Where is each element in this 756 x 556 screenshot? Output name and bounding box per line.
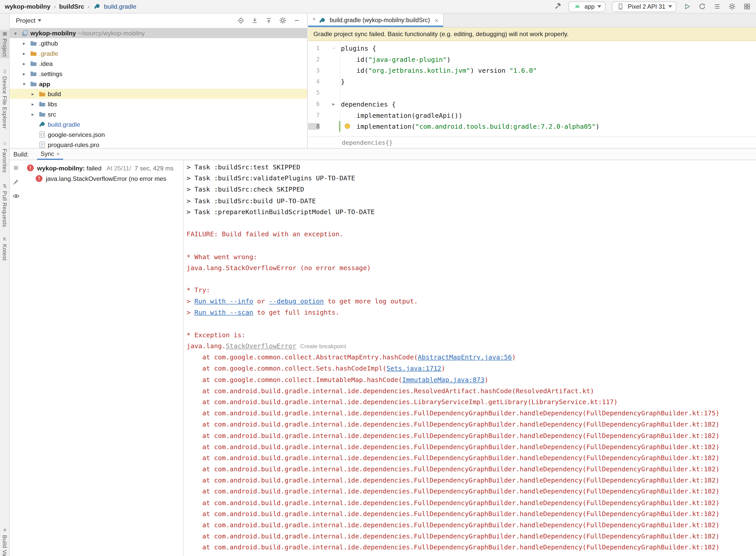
- sync-project-icon[interactable]: [697, 2, 706, 11]
- gear-icon[interactable]: [278, 16, 286, 24]
- code-line-5[interactable]: 5: [308, 87, 756, 98]
- device-selector[interactable]: Pixel 2 API 31: [612, 1, 676, 12]
- stripe-item-pull-requests[interactable]: ⇅Pull Requests: [0, 182, 10, 229]
- tree-item-text: src: [48, 110, 56, 117]
- console-link[interactable]: StackOverflowError: [226, 342, 296, 350]
- console-text: at com.android.build.gradle.internal.ide…: [187, 398, 618, 406]
- code-token: implementation(gradleApi()): [341, 111, 462, 119]
- console-link[interactable]: ImmutableMap.java:873: [402, 376, 485, 383]
- editor-breadcrumb-bar: dependencies{}: [308, 137, 756, 148]
- eye-icon[interactable]: [12, 192, 20, 200]
- build-tree-text: failed: [85, 164, 102, 171]
- code-token: implementation(: [341, 123, 415, 130]
- stripe-item-project[interactable]: ▦Project: [0, 30, 10, 59]
- layout-grid-icon[interactable]: [743, 2, 751, 11]
- tree-item-proguard-rules-pro[interactable]: proguard-rules.pro: [10, 139, 307, 148]
- breadcrumb-file[interactable]: build.gradle: [93, 2, 136, 11]
- tree-item-gradle[interactable]: ▸.gradle: [10, 48, 307, 59]
- editor-tab-build-gradle[interactable]: * build.gradle (wykop-mobilny:buildSrc) …: [308, 13, 444, 27]
- console-link[interactable]: Run with --scan: [194, 309, 253, 316]
- build-tree-item[interactable]: !wykop-mobilny: failed At 25/11/ 7 sec, …: [22, 163, 183, 173]
- tree-item-app[interactable]: ▾app: [10, 79, 307, 89]
- build-tree-item[interactable]: !java.lang.StackOverflowError (no error …: [22, 173, 183, 184]
- run-config-selector[interactable]: app: [569, 1, 606, 12]
- stripe-item-kotest[interactable]: KKotest: [0, 236, 10, 262]
- code-line-2[interactable]: 2 id("java-gradle-plugin"): [308, 54, 756, 65]
- code-area[interactable]: 1−plugins {2 id("java-gradle-plugin")3 i…: [308, 41, 756, 137]
- console-text: > Task :buildSrc:validatePlugins UP-TO-D…: [187, 174, 355, 182]
- code-text: id("org.jetbrains.kotlin.jvm") version "…: [341, 67, 537, 74]
- run-config-label: app: [584, 3, 595, 10]
- stripe-item-device-file-explorer[interactable]: ▯Device File Explorer: [0, 68, 10, 130]
- console-line: java.lang.StackOverflowErrorCreate break…: [187, 342, 756, 353]
- console-text: at com.android.build.gradle.internal.ide…: [187, 465, 720, 473]
- tree-item-google-services-json[interactable]: {}google-services.json: [10, 129, 307, 139]
- stripe-item-build-variants[interactable]: ≡Build Variants: [0, 526, 10, 556]
- tree-expand-arrow[interactable]: ▸: [21, 61, 27, 66]
- console-text: at com.google.common.collect.ImmutableMa…: [187, 376, 402, 383]
- console-link[interactable]: AbstractMapEntry.java:56: [418, 353, 512, 361]
- console-text: or: [253, 297, 269, 305]
- build-label: Build:: [13, 151, 29, 158]
- stripe-item-favorites[interactable]: ☆Favorites: [0, 140, 10, 174]
- tree-expand-arrow[interactable]: ▸: [30, 101, 36, 107]
- tab-sync[interactable]: Sync ×: [37, 148, 63, 160]
- code-line-4[interactable]: 4}: [308, 76, 756, 87]
- tree-item-idea[interactable]: ▸.idea: [10, 58, 307, 68]
- console-line: * Try:: [187, 286, 756, 297]
- line-number: 4: [308, 78, 320, 85]
- build-hammer-icon[interactable]: [554, 2, 562, 11]
- stop-icon[interactable]: [12, 164, 20, 172]
- build-analyzer-icon[interactable]: [713, 2, 721, 11]
- collapse-all-icon[interactable]: [251, 16, 258, 24]
- project-panel-actions: [237, 16, 300, 24]
- tree-expand-arrow[interactable]: ▸: [30, 91, 36, 96]
- project-view-selector[interactable]: Project: [16, 16, 42, 24]
- close-tab-icon[interactable]: ×: [433, 16, 438, 24]
- tree-expand-arrow[interactable]: ▾: [21, 81, 27, 86]
- console-link[interactable]: Sets.java:1712: [386, 364, 441, 372]
- pin-icon[interactable]: [12, 178, 20, 186]
- folder-icon: [30, 80, 38, 87]
- tree-item-build[interactable]: ▸build: [10, 89, 307, 99]
- expand-all-icon[interactable]: [265, 16, 272, 24]
- tree-item-build-gradle[interactable]: build.gradle: [10, 119, 307, 129]
- tree-item-text: build.gradle: [48, 120, 80, 128]
- close-tab-icon[interactable]: ×: [56, 150, 60, 157]
- tree-expand-arrow[interactable]: ▸: [21, 50, 27, 56]
- build-tree-text: At 25/11/: [102, 164, 131, 171]
- gear-icon[interactable]: [727, 2, 736, 11]
- editor-area: * build.gradle (wykop-mobilny:buildSrc) …: [308, 13, 756, 148]
- build-console[interactable]: > Task :buildSrc:test SKIPPED> Task :bui…: [184, 160, 756, 556]
- tree-expand-arrow[interactable]: ▸: [21, 71, 27, 76]
- tree-expand-arrow[interactable]: ▾: [12, 30, 18, 36]
- run-button[interactable]: [683, 2, 691, 11]
- build-tree-text: java.lang.StackOverflowError (no error m…: [46, 175, 166, 182]
- code-line-7[interactable]: 7 implementation(gradleApi()): [308, 110, 756, 121]
- tree-item-settings[interactable]: ▸.settings: [10, 68, 307, 79]
- tree-item-wykop-mobilny[interactable]: ▾wykop-mobilny ~/sourcy/wykop-mobilny: [10, 28, 307, 38]
- breadcrumb-module[interactable]: buildSrc: [59, 3, 84, 10]
- chevron-right-icon: ›: [88, 3, 90, 10]
- hide-panel-icon[interactable]: [293, 16, 300, 24]
- code-line-3[interactable]: 3 id("org.jetbrains.kotlin.jvm") version…: [308, 65, 756, 76]
- console-text: at com.android.build.gradle.internal.ide…: [187, 487, 720, 495]
- code-line-6[interactable]: 6▶dependencies {: [308, 98, 756, 110]
- console-line: at com.google.common.collect.AbstractMap…: [187, 353, 756, 364]
- code-line-1[interactable]: 1−plugins {: [308, 42, 756, 54]
- build-tree: !wykop-mobilny: failed At 25/11/ 7 sec, …: [22, 160, 184, 556]
- editor-breadcrumb[interactable]: dependencies{}: [342, 139, 393, 146]
- tree-item-libs[interactable]: ▸libs: [10, 99, 307, 109]
- stripe-item-label: Pull Requests: [2, 191, 8, 227]
- tree-item-src[interactable]: ▸src: [10, 109, 307, 119]
- locate-file-icon[interactable]: [237, 16, 244, 24]
- code-line-8[interactable]: 8 implementation("com.android.tools.buil…: [308, 121, 756, 132]
- console-text: at com.android.build.gradle.internal.ide…: [187, 454, 720, 462]
- tree-item-github[interactable]: ▸.github: [10, 38, 307, 48]
- tree-item-name: build.gradle: [48, 120, 80, 128]
- tree-expand-arrow[interactable]: ▸: [30, 111, 36, 117]
- console-link[interactable]: --debug option: [269, 297, 324, 305]
- console-link[interactable]: Run with --info: [194, 297, 253, 305]
- tree-expand-arrow[interactable]: ▸: [21, 40, 27, 46]
- breadcrumb-project[interactable]: wykop-mobilny: [5, 3, 50, 10]
